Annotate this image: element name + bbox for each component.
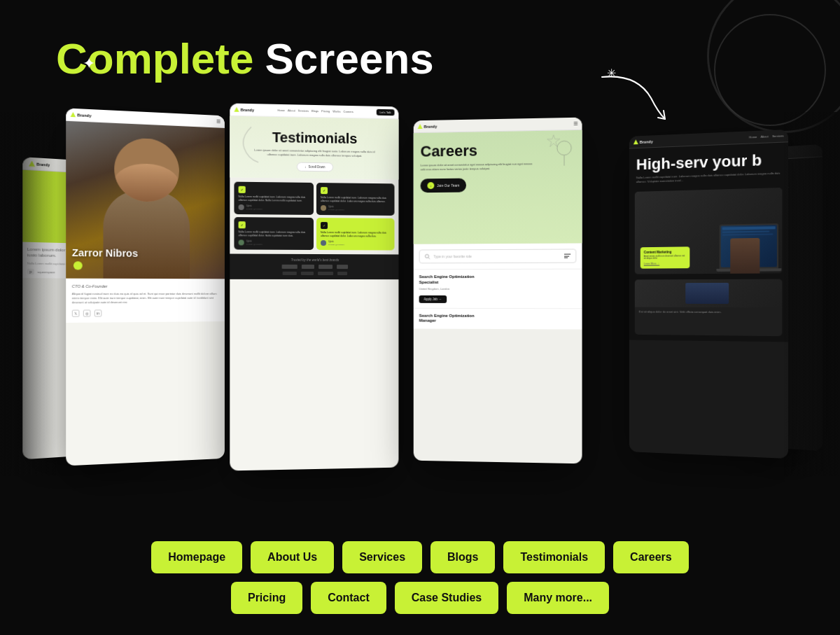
s3-trusted-text: Trusted by the world's best brands xyxy=(234,258,394,263)
tag-about-us[interactable]: About Us xyxy=(251,541,334,573)
screen-card-3: Brandy HomeAboutServicesBlogsPricingWork… xyxy=(230,103,398,470)
tag-case-studies[interactable]: Case Studies xyxy=(395,582,498,614)
screen-card-5: Brandy HomeAboutServices High-serv your … xyxy=(629,130,788,459)
tag-homepage[interactable]: Homepage xyxy=(151,541,242,573)
tag-blogs[interactable]: Blogs xyxy=(430,541,495,573)
instagram-icon[interactable]: ◎ xyxy=(83,309,91,316)
tag-services[interactable]: Services xyxy=(342,541,422,573)
s4-description: Lorem ipsum dolor sit amet consectetur e… xyxy=(421,162,533,172)
s4-join-btn[interactable]: Join Our Team xyxy=(437,183,459,188)
s5-hero-title: High-serv your b xyxy=(636,151,780,174)
svg-marker-2 xyxy=(547,134,560,146)
header: ✦ Complete Screens xyxy=(42,28,798,83)
right-fade-overlay xyxy=(784,112,840,476)
s4-job1-title: Search Engine OptimizationSpecialist xyxy=(419,274,577,286)
s5-learn-more[interactable]: Learn More → xyxy=(644,263,687,265)
s4-search-input[interactable]: Type in your favorite role xyxy=(433,254,561,259)
tag-testimonials[interactable]: Testimonials xyxy=(503,541,605,573)
s5-description: Nulla Lorem mollit cupidatat irure. Labo… xyxy=(636,172,780,184)
s4-job1-location: United Kingdom, London xyxy=(419,287,577,291)
s4-job2-title: Search Engine OptimizationManager xyxy=(419,313,577,324)
linkedin-icon[interactable]: in xyxy=(94,309,102,316)
left-fade-overlay xyxy=(0,112,56,476)
s2-description: Aliqua id fugiat nostrud irure ex duis e… xyxy=(72,292,219,305)
tag-careers[interactable]: Careers xyxy=(613,541,689,573)
s5-brand: Brandy xyxy=(640,139,653,144)
svg-line-4 xyxy=(428,258,430,259)
screen-card-4: Brandy ☰ Careers Lorem ipsum dolor sit a… xyxy=(414,118,582,464)
s4-apply-btn-1[interactable]: Apply Job → xyxy=(419,295,447,303)
screen-card-2: Brandy ☰ Zarror Nibros CTO & Co-Founder … xyxy=(66,108,225,466)
screens-showcase: Brandy ☰ Lorem ipsum dolor sit amet cons… xyxy=(14,112,826,476)
scroll-down-btn[interactable]: Scroll Down xyxy=(309,165,326,169)
s2-social-icons: 𝕏 ◎ in xyxy=(72,309,219,316)
tags-row-1: Homepage About Us Services Blogs Testimo… xyxy=(151,541,688,573)
s3-brand: Brandy xyxy=(241,107,254,111)
s5-highlight-text: Amet minim mollit non deserunt ullamco e… xyxy=(644,255,687,260)
s3-description: Lorem ipsum dolor sit amet consectetur a… xyxy=(251,148,378,158)
svg-point-3 xyxy=(425,254,428,258)
tag-many-more[interactable]: Many more... xyxy=(507,582,609,614)
s5-highlight-title: Content Marketing xyxy=(644,250,687,254)
title-screens: Screens xyxy=(265,35,433,83)
s2-brand: Brandy xyxy=(77,113,91,118)
tag-contact[interactable]: Contact xyxy=(311,582,386,614)
s4-brand: Brandy xyxy=(424,124,438,128)
sparkle-top-left-icon: ✦ xyxy=(83,55,95,73)
s2-person-title: CTO & Co-Founder xyxy=(72,284,219,288)
s2-person-name: Zarror Nibros xyxy=(72,247,219,259)
tags-row-2: Pricing Contact Case Studies Many more..… xyxy=(231,582,609,614)
tag-pricing[interactable]: Pricing xyxy=(231,582,302,614)
main-title: Complete Screens xyxy=(56,35,434,83)
twitter-icon[interactable]: 𝕏 xyxy=(72,310,80,317)
tags-container: Homepage About Us Services Blogs Testimo… xyxy=(49,541,791,614)
